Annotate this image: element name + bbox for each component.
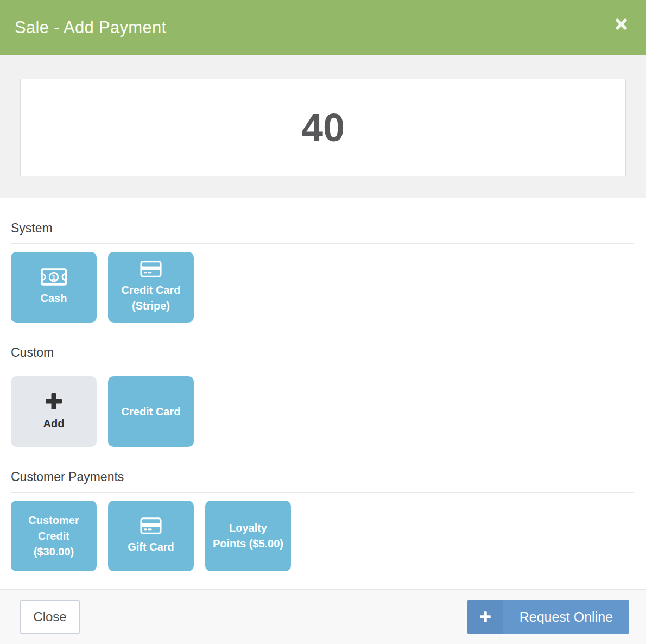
request-online-label: Request Online <box>503 600 629 634</box>
custom-tiles: Add Credit Card <box>11 376 634 447</box>
section-heading-system: System <box>11 221 634 244</box>
close-icon[interactable] <box>611 14 631 34</box>
section-heading-custom: Custom <box>11 345 634 368</box>
plus-icon <box>44 392 64 411</box>
payment-button-label: Credit Card <box>122 404 181 420</box>
close-button[interactable]: Close <box>20 600 80 634</box>
amount-input[interactable]: 40 <box>20 79 626 176</box>
payment-button-customer-credit[interactable]: Customer Credit ($30.00) <box>11 501 97 571</box>
payment-button-credit-card-stripe[interactable]: Credit Card (Stripe) <box>108 252 194 323</box>
payment-button-label: Customer Credit ($30.00) <box>28 513 79 560</box>
customer-payment-tiles: Customer Credit ($30.00) Gift Card Loyal… <box>11 501 634 571</box>
add-payment-method-button[interactable]: Add <box>11 376 97 447</box>
payment-button-gift-card[interactable]: Gift Card <box>108 501 194 571</box>
plus-icon <box>467 600 503 634</box>
payment-button-credit-card[interactable]: Credit Card <box>108 376 194 447</box>
add-payment-modal: Sale - Add Payment 40 System <box>0 0 646 644</box>
x-icon <box>615 17 628 31</box>
credit-card-icon <box>140 261 162 277</box>
request-online-button[interactable]: Request Online <box>467 600 629 634</box>
payment-button-label: Loyalty Points ($5.00) <box>213 520 283 552</box>
modal-title: Sale - Add Payment <box>15 18 611 37</box>
modal-header: Sale - Add Payment <box>0 0 646 55</box>
credit-card-icon <box>140 517 162 534</box>
payment-button-cash[interactable]: 1 Cash <box>11 252 97 323</box>
system-tiles: 1 Cash Credit Card (Stripe) <box>11 252 634 323</box>
payment-button-label: Credit Card (Stripe) <box>122 282 181 314</box>
svg-text:1: 1 <box>52 273 56 281</box>
payment-button-label: Add <box>43 416 65 432</box>
payment-button-label: Gift Card <box>128 539 174 555</box>
payment-button-label: Cash <box>41 291 67 306</box>
payment-methods: System 1 Cash <box>0 221 646 571</box>
money-icon: 1 <box>41 268 67 286</box>
section-heading-customer-payments: Customer Payments <box>11 470 634 493</box>
amount-section: 40 <box>0 55 646 198</box>
payment-button-loyalty-points[interactable]: Loyalty Points ($5.00) <box>205 501 291 571</box>
amount-value: 40 <box>301 105 345 150</box>
modal-footer: Close Request Online <box>0 589 646 644</box>
